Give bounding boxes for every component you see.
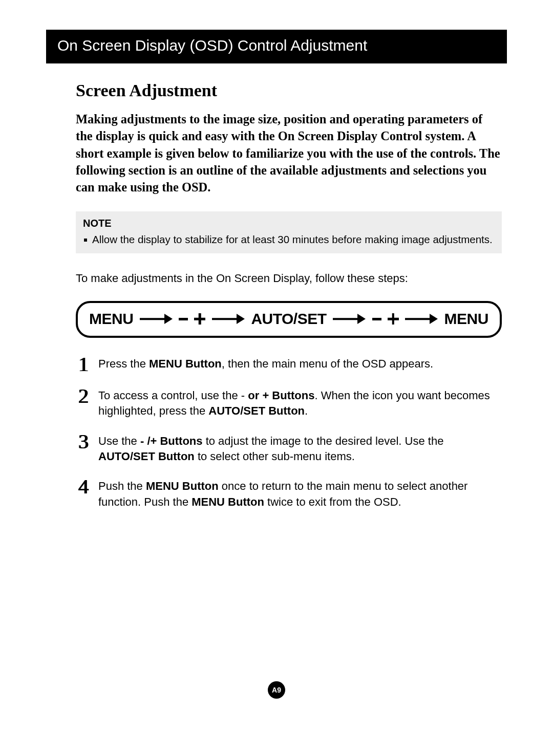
step-number: 2 (76, 387, 91, 405)
arrow-icon (212, 314, 245, 324)
page-header-bar: On Screen Display (OSD) Control Adjustme… (46, 30, 507, 63)
minus-plus-group (179, 313, 205, 325)
step-item: 2 To access a control, use the - or + Bu… (76, 387, 502, 419)
step-item: 3 Use the - /+ Buttons to adjust the ima… (76, 433, 502, 465)
plus-icon (388, 313, 399, 325)
arrow-icon (140, 314, 173, 324)
minus-icon (179, 318, 188, 320)
minus-icon (372, 318, 381, 320)
plus-icon (194, 313, 205, 325)
flow-menu-label-1: MENU (89, 310, 133, 328)
step-number: 4 (76, 478, 91, 496)
step-body: Press the MENU Button, then the main men… (98, 355, 433, 372)
minus-plus-group (372, 313, 399, 325)
note-title: NOTE (83, 218, 495, 229)
intro-paragraph: Making adjustments to the image size, po… (76, 111, 502, 196)
flow-menu-label-2: MENU (444, 310, 488, 328)
section-heading: Screen Adjustment (76, 81, 507, 100)
steps-list: 1 Press the MENU Button, then the main m… (76, 355, 502, 510)
step-body: Use the - /+ Buttons to adjust the image… (98, 433, 502, 465)
step-item: 1 Press the MENU Button, then the main m… (76, 355, 502, 374)
page-number: A9 (272, 686, 281, 694)
note-item: Allow the display to stabilize for at le… (83, 232, 495, 247)
flow-autoset-label: AUTO/SET (251, 310, 326, 328)
step-number: 3 (76, 433, 91, 451)
lead-text: To make adjustments in the On Screen Dis… (76, 271, 502, 287)
step-item: 4 Push the MENU Button once to return to… (76, 478, 502, 510)
page-number-badge: A9 (268, 681, 285, 699)
note-box: NOTE Allow the display to stabilize for … (76, 211, 502, 254)
flow-diagram: MENU AUTO/SET MENU (76, 301, 502, 338)
step-body: Push the MENU Button once to return to t… (98, 478, 502, 510)
step-number: 1 (76, 355, 91, 374)
arrow-icon (333, 314, 366, 324)
header-title: On Screen Display (OSD) Control Adjustme… (57, 37, 367, 54)
arrow-icon (405, 314, 438, 324)
step-body: To access a control, use the - or + Butt… (98, 387, 502, 419)
